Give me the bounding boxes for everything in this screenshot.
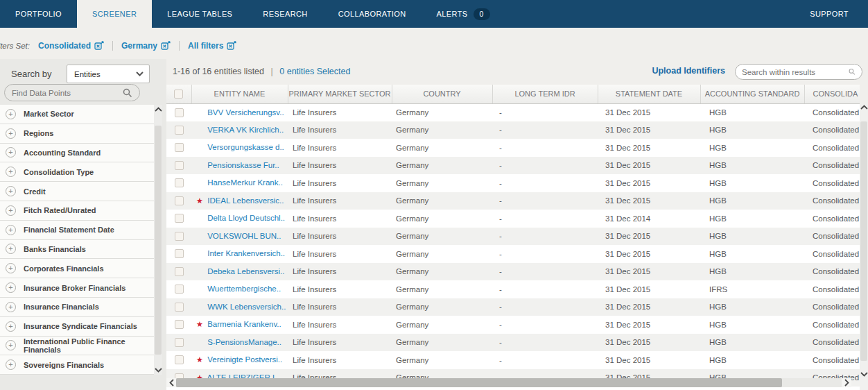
nav-tab[interactable]: SCREENER: [77, 0, 152, 28]
row-checkbox[interactable]: [175, 338, 184, 347]
nav-tab[interactable]: COLLABORATION: [323, 0, 422, 28]
table-row[interactable]: ★ Pensionskasse Fur.. Life Insurers Germ…: [166, 157, 860, 175]
table-row[interactable]: ★ Debeka Lebensversi.. Life Insurers Ger…: [166, 263, 860, 281]
nav-tab[interactable]: LEAGUE TABLES: [152, 0, 248, 28]
entity-name-link[interactable]: Delta Lloyd Deutschl..: [207, 214, 285, 222]
scroll-down-icon[interactable]: [860, 372, 868, 377]
expand-plus-icon[interactable]: +: [6, 282, 16, 293]
table-row[interactable]: ★ Inter Krankenversich.. Life Insurers G…: [166, 245, 860, 263]
entity-name-link[interactable]: Versorgungskasse d..: [207, 143, 284, 151]
sidebar-scrollbar[interactable]: [154, 105, 162, 375]
row-checkbox[interactable]: [175, 320, 184, 329]
column-header[interactable]: ENTITY NAME: [191, 85, 288, 103]
table-row[interactable]: ★ VOLKSWOHL BUN.. Life Insurers Germany …: [166, 228, 860, 246]
upload-identifiers-link[interactable]: Upload Identifiers: [652, 66, 725, 76]
nav-tab[interactable]: ALERTS 0: [422, 0, 505, 28]
sidebar-category-item[interactable]: + Market Sector: [0, 105, 154, 124]
expand-plus-icon[interactable]: +: [6, 244, 16, 254]
sidebar-category-item[interactable]: + Sovereigns Financials: [0, 355, 154, 375]
remove-filter-icon[interactable]: [227, 41, 236, 50]
table-row[interactable]: ★ WWK Lebensversich.. Life Insurers Germ…: [166, 298, 860, 316]
table-row[interactable]: ★ IDEAL Lebensversic.. Life Insurers Ger…: [166, 192, 860, 210]
support-link[interactable]: SUPPORT: [810, 0, 868, 28]
table-row[interactable]: ★ BVV Versicherungsv.. Life Insurers Ger…: [166, 103, 860, 121]
expand-plus-icon[interactable]: +: [6, 186, 16, 196]
scroll-up-icon[interactable]: [860, 105, 868, 110]
filter-chip[interactable]: Consolidated: [38, 41, 112, 51]
expand-plus-icon[interactable]: +: [6, 225, 16, 235]
expand-plus-icon[interactable]: +: [6, 263, 16, 273]
expand-plus-icon[interactable]: +: [6, 302, 16, 312]
table-row[interactable]: ★ Wuerttembergische.. Life Insurers Germ…: [166, 280, 860, 298]
sidebar-category-item[interactable]: + Credit: [0, 182, 154, 201]
filter-chip[interactable]: Germany: [112, 41, 179, 51]
row-checkbox[interactable]: [175, 267, 184, 276]
row-checkbox[interactable]: [175, 178, 184, 187]
find-data-points-input[interactable]: [12, 89, 123, 97]
horizontal-scroll-thumb[interactable]: [176, 378, 782, 387]
row-checkbox[interactable]: [175, 126, 184, 135]
entity-name-link[interactable]: Pensionskasse Fur..: [207, 161, 279, 169]
search-within-results-input[interactable]: [742, 68, 849, 76]
remove-filter-icon[interactable]: [94, 41, 104, 50]
column-header[interactable]: PRIMARY MARKET SECTOR: [288, 85, 392, 103]
expand-plus-icon[interactable]: +: [6, 128, 16, 139]
horizontal-scrollbar[interactable]: [166, 378, 851, 387]
entity-name-link[interactable]: IDEAL Lebensversic..: [207, 196, 284, 205]
scroll-down-icon[interactable]: [155, 368, 162, 373]
vertical-scroll-thumb[interactable]: [860, 121, 867, 361]
sidebar-category-item[interactable]: + Consolidation Type: [0, 162, 154, 182]
sidebar-category-item[interactable]: + Corporates Financials: [0, 259, 154, 278]
entity-name-link[interactable]: Inter Krankenversich..: [207, 249, 285, 257]
table-row[interactable]: ★ Delta Lloyd Deutschl.. Life Insurers G…: [166, 210, 860, 228]
sidebar-category-item[interactable]: + Regions: [0, 124, 154, 144]
expand-plus-icon[interactable]: +: [6, 321, 16, 332]
entity-name-link[interactable]: Barmenia Krankenv..: [207, 320, 281, 328]
row-checkbox[interactable]: [175, 303, 184, 312]
row-checkbox[interactable]: [175, 108, 184, 117]
table-row[interactable]: ★ VERKA VK Kirchlich.. Life Insurers Ger…: [166, 121, 860, 139]
entity-name-link[interactable]: BVV Versicherungsv..: [207, 108, 284, 117]
sidebar-category-item[interactable]: + Accounting Standard: [0, 144, 154, 163]
vertical-scrollbar[interactable]: [860, 103, 868, 378]
expand-plus-icon[interactable]: +: [6, 147, 16, 158]
entity-name-link[interactable]: Wuerttembergische..: [207, 285, 281, 293]
sidebar-category-item[interactable]: + Insurance Syndicate Financials: [0, 317, 154, 337]
row-checkbox[interactable]: [175, 161, 184, 170]
column-header[interactable]: ACCOUNTING STANDARD: [700, 85, 804, 103]
row-checkbox[interactable]: [175, 355, 184, 364]
entity-name-link[interactable]: VOLKSWOHL BUN..: [207, 232, 281, 240]
column-header[interactable]: STATEMENT DATE: [598, 85, 700, 103]
table-row[interactable]: ★ S-PensionsManage.. Life Insurers Germa…: [166, 334, 860, 352]
nav-tab[interactable]: PORTFOLIO: [0, 0, 77, 28]
entity-name-link[interactable]: HanseMerkur Krank..: [207, 178, 283, 187]
select-all-checkbox[interactable]: [174, 90, 183, 99]
table-row[interactable]: ★ Barmenia Krankenv.. Life Insurers Germ…: [166, 316, 860, 334]
expand-plus-icon[interactable]: +: [6, 167, 16, 177]
row-checkbox[interactable]: [175, 143, 184, 152]
row-checkbox[interactable]: [175, 285, 184, 294]
nav-tab[interactable]: RESEARCH: [248, 0, 322, 28]
entity-name-link[interactable]: Debeka Lebensversi..: [207, 267, 284, 275]
column-header[interactable]: COUNTRY: [392, 85, 492, 103]
filter-chip[interactable]: All filters: [179, 41, 245, 51]
entity-name-link[interactable]: WWK Lebensversich..: [207, 303, 286, 311]
scroll-up-icon[interactable]: [155, 107, 162, 112]
selected-entities-link[interactable]: 0 entities Selected: [279, 67, 350, 76]
column-header[interactable]: LONG TERM IDR: [492, 85, 598, 103]
horizontal-scroll-track[interactable]: [176, 378, 842, 387]
expand-plus-icon[interactable]: +: [6, 340, 16, 350]
table-row[interactable]: ★ HanseMerkur Krank.. Life Insurers Germ…: [166, 174, 860, 192]
expand-plus-icon[interactable]: +: [6, 205, 16, 216]
search-icon[interactable]: [123, 88, 132, 98]
remove-filter-icon[interactable]: [161, 41, 171, 50]
table-row[interactable]: ★ Versorgungskasse d.. Life Insurers Ger…: [166, 139, 860, 157]
sidebar-category-item[interactable]: + Banks Financials: [0, 240, 154, 260]
entity-name-link[interactable]: VERKA VK Kirchlich..: [207, 126, 284, 134]
sidebar-scroll-thumb[interactable]: [155, 126, 162, 355]
row-checkbox[interactable]: [175, 232, 184, 241]
sidebar-category-item[interactable]: + Insurance Broker Financials: [0, 278, 154, 298]
scroll-left-icon[interactable]: [166, 378, 176, 387]
sidebar-category-item[interactable]: + Fitch Rated/Unrated: [0, 201, 154, 221]
expand-plus-icon[interactable]: +: [6, 109, 16, 119]
